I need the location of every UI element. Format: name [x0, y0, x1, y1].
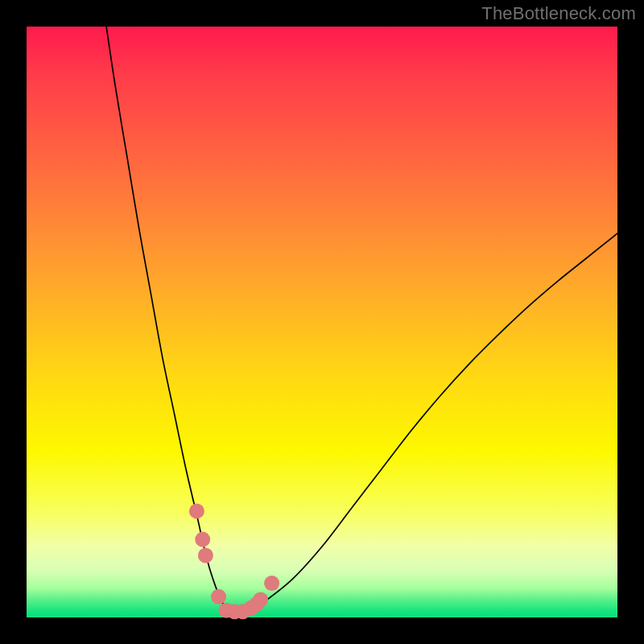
marker-group	[189, 503, 279, 619]
marker-trough-left	[211, 589, 226, 605]
marker-left-dot-lower	[198, 547, 213, 563]
bottleneck-curve	[106, 27, 617, 613]
marker-right-dot-high	[264, 576, 279, 591]
marker-right-dot-low	[253, 592, 268, 607]
chart-stage: TheBottleneck.com	[0, 0, 644, 644]
chart-overlay	[27, 27, 617, 617]
marker-left-dot-upper	[189, 503, 204, 518]
marker-left-dot-mid	[195, 532, 210, 547]
watermark-label: TheBottleneck.com	[481, 3, 636, 24]
